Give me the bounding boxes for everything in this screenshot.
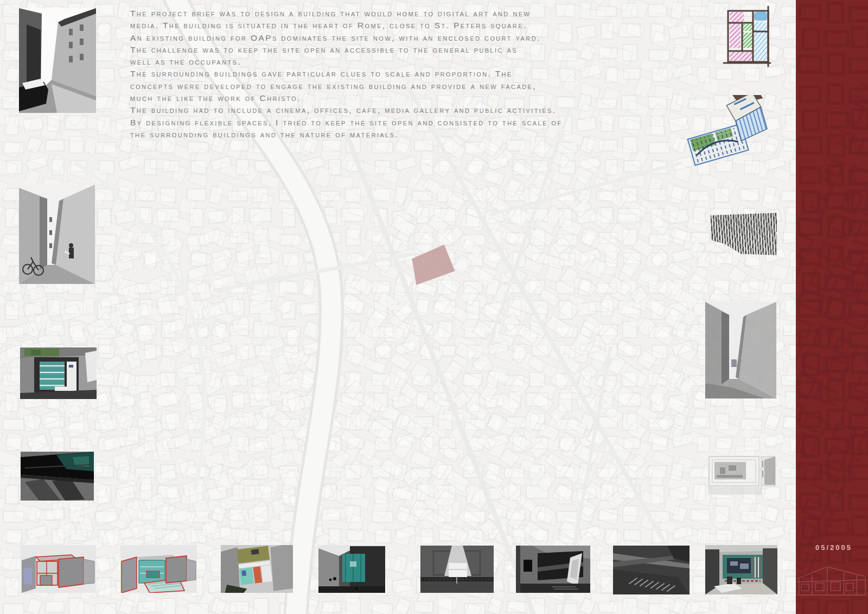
render-axon-wireframe-teal	[120, 545, 197, 593]
sketch-axonometric-building	[682, 95, 770, 171]
render-light-beam	[420, 546, 494, 593]
brief-line: The challenge was to keep the site open …	[130, 44, 678, 56]
maroon-side-band: 05/2005	[796, 0, 868, 614]
brief-line: media. The building is situated in the h…	[130, 20, 678, 31]
brief-line: The project brief was to design a buildi…	[130, 8, 678, 20]
portfolio-board: The project brief was to design a buildi…	[0, 0, 868, 614]
band-building-outline	[796, 564, 868, 602]
render-axon-wireframe-1	[21, 545, 96, 593]
project-brief-text: The project brief was to design a buildi…	[130, 8, 678, 141]
bw-photo-alley-bicycle	[19, 185, 95, 284]
render-courtyard-aerial	[20, 347, 97, 399]
render-interior-slats	[613, 546, 690, 594]
brief-line: The surrounding buildings gave particula…	[130, 68, 678, 80]
brief-line: the surrounding buildings and the nature…	[130, 129, 678, 141]
date-label: 05/2005	[815, 543, 852, 552]
bw-photo-alley-right	[705, 302, 776, 398]
render-dark-canopy	[21, 452, 94, 501]
render-street-teal-volume	[318, 545, 385, 593]
elevation-drawing-inset	[708, 453, 776, 496]
bw-photo-street-car	[19, 8, 96, 113]
render-interior-angled-panel	[516, 546, 590, 593]
brief-line: The building had to include a cinema, of…	[130, 104, 678, 116]
band-map-texture	[796, 0, 868, 614]
brief-line: much the like the work of Christo.	[130, 92, 678, 104]
sketch-color-plan	[720, 5, 774, 69]
render-aerial-color-strips	[221, 545, 293, 593]
brief-line: An existing building for OAPs dominates …	[130, 32, 678, 44]
brief-line: By designing flexible spaces, I tried to…	[130, 117, 678, 129]
brief-line: well as the occupants.	[130, 56, 678, 68]
render-interior-media-screen	[705, 545, 777, 594]
brief-line: concepts were developed to engage the ex…	[130, 80, 678, 92]
